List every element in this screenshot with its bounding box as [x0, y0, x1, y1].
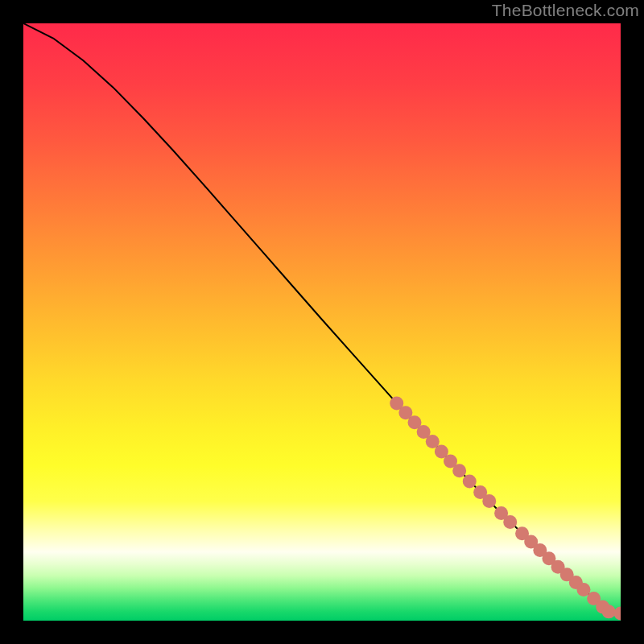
plot-area: [23, 23, 621, 621]
plot-svg: [23, 23, 621, 621]
gradient-background: [23, 23, 621, 621]
marker-point: [482, 494, 496, 508]
marker-point: [463, 475, 477, 489]
marker-point: [602, 605, 616, 618]
chart-stage: TheBottleneck.com: [0, 0, 644, 644]
attribution-label: TheBottleneck.com: [492, 1, 639, 20]
marker-point: [503, 515, 517, 529]
marker-point: [452, 464, 466, 477]
